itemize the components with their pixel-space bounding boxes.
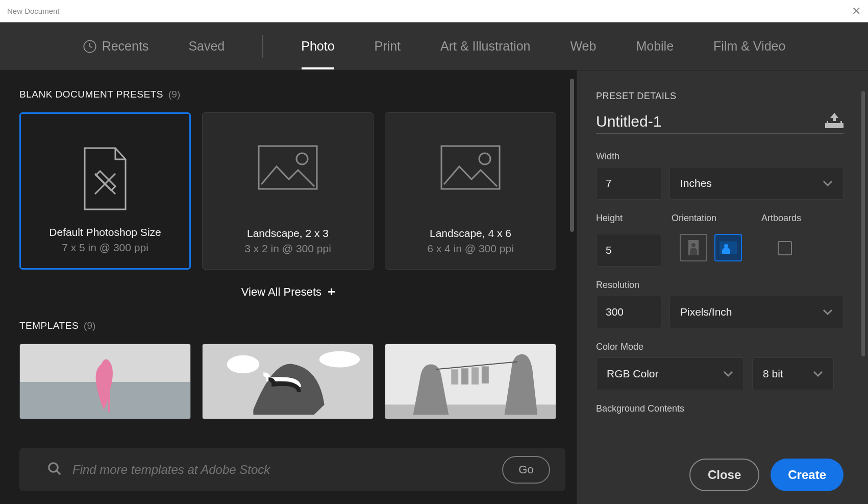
template-card[interactable] [202,344,374,419]
tab-print[interactable]: Print [373,23,403,69]
svg-rect-1 [259,146,317,189]
resolution-input[interactable] [596,296,661,328]
svg-point-4 [479,153,490,164]
image-icon [440,145,501,193]
svg-rect-7 [108,392,110,412]
svg-rect-3 [441,146,500,189]
chevron-down-icon [823,177,833,189]
stock-search-input[interactable] [72,463,492,477]
tab-photo[interactable]: Photo [299,23,336,69]
tab-divider [262,35,263,58]
color-mode-select[interactable]: RGB Color [596,357,744,390]
stock-search-bar: Go [19,448,565,491]
tab-recents-label: Recents [102,39,149,54]
orientation-portrait-button[interactable] [680,234,707,261]
color-depth-select[interactable]: 8 bit [752,357,834,390]
tab-recents[interactable]: Recents [81,23,151,69]
height-label: Height [596,213,672,224]
search-icon [47,461,62,478]
tab-web[interactable]: Web [568,23,598,69]
preset-dims: 7 x 5 in @ 300 ppi [62,242,148,254]
artboards-label: Artboards [761,213,801,224]
preset-landscape-4x6[interactable]: Landscape, 4 x 6 6 x 4 in @ 300 ppi [385,112,556,270]
category-tabs: Recents Saved Photo Print Art & Illustra… [0,22,868,70]
template-card[interactable] [19,344,191,419]
presets-header: BLANK DOCUMENT PRESETS (9) [19,89,557,100]
window-close-icon[interactable]: ✕ [852,6,861,17]
orientation-label: Orientation [672,213,761,224]
view-all-presets-button[interactable]: View All Presets + [241,284,336,300]
right-scrollbar[interactable] [861,91,865,356]
chevron-down-icon [813,368,823,380]
plus-icon: + [328,284,335,300]
tab-art-illustration[interactable]: Art & Illustration [438,23,532,69]
presets-count: (9) [168,89,180,100]
templates-header: TEMPLATES (9) [19,320,557,331]
preset-dims: 3 x 2 in @ 300 ppi [244,243,331,255]
template-card[interactable] [385,344,556,419]
tab-saved[interactable]: Saved [186,23,227,69]
templates-count: (9) [84,320,95,331]
svg-rect-14 [451,369,458,385]
titlebar: New Document ✕ [0,0,868,22]
image-icon [257,145,318,193]
preset-dims: 6 x 4 in @ 300 ppi [427,243,514,255]
svg-point-18 [49,463,58,472]
presets-title: BLANK DOCUMENT PRESETS [19,89,163,100]
width-label: Width [596,151,844,162]
svg-point-23 [691,243,696,247]
orientation-landscape-button[interactable] [714,234,742,261]
resolution-unit-select[interactable]: Pixels/Inch [669,296,844,328]
preset-name: Landscape, 2 x 3 [247,227,329,239]
clock-icon [83,39,97,54]
left-scrollbar[interactable] [570,79,574,232]
artboards-checkbox[interactable] [778,241,792,255]
svg-rect-16 [472,367,479,385]
chevron-down-icon [823,306,833,318]
preset-default-photoshop-size[interactable]: Default Photoshop Size 7 x 5 in @ 300 pp… [19,112,191,270]
tab-film-video[interactable]: Film & Video [711,23,787,69]
document-tools-icon [77,146,133,214]
left-pane: BLANK DOCUMENT PRESETS (9) Default Photo… [0,70,577,504]
svg-rect-20 [827,121,828,124]
stock-search-go-button[interactable]: Go [502,456,550,484]
preset-details-panel: PRESET DETAILS Untitled-1 Width Inches H… [577,70,868,504]
svg-rect-17 [482,366,489,383]
preset-landscape-2x3[interactable]: Landscape, 2 x 3 3 x 2 in @ 300 ppi [202,112,374,270]
document-name-input[interactable]: Untitled-1 [596,113,661,130]
svg-rect-21 [840,121,842,124]
svg-point-2 [296,153,308,164]
background-contents-label: Background Contents [596,403,844,414]
svg-point-10 [319,351,360,368]
svg-point-25 [724,244,728,248]
width-unit-select[interactable]: Inches [669,167,844,200]
create-button[interactable]: Create [771,459,844,491]
chevron-down-icon [723,368,733,380]
tab-mobile[interactable]: Mobile [634,23,676,69]
height-input[interactable] [596,234,661,267]
svg-point-9 [227,355,260,374]
width-input[interactable] [596,167,661,200]
color-mode-label: Color Mode [596,342,844,352]
window-title: New Document [7,7,60,15]
close-button[interactable]: Close [689,459,759,491]
preset-name: Landscape, 4 x 6 [430,227,511,239]
resolution-label: Resolution [596,280,844,291]
preset-name: Default Photoshop Size [49,226,161,238]
save-preset-icon[interactable] [825,113,844,130]
preset-details-heading: PRESET DETAILS [596,91,844,102]
templates-title: TEMPLATES [19,320,79,331]
svg-rect-15 [461,368,468,385]
svg-rect-19 [825,123,844,128]
